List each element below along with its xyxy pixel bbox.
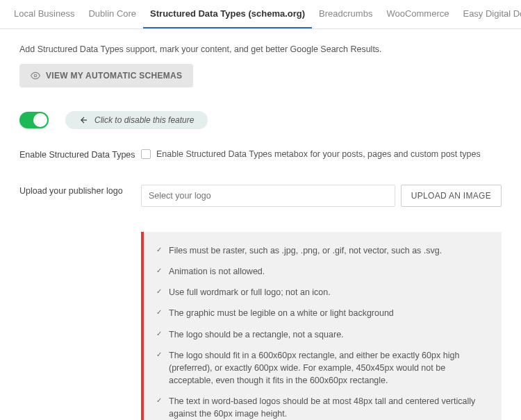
- tab-bar: Local BusinessDublin CoreStructured Data…: [0, 0, 521, 29]
- toggle-hint-text: Click to disable this feature: [94, 115, 194, 125]
- guidelines-list: Files must be raster, such as .jpg, .png…: [156, 244, 489, 420]
- enable-checkbox-label: Enable Structured Data Types metabox for…: [156, 149, 481, 159]
- enable-checkbox[interactable]: [141, 149, 151, 159]
- enable-checkbox-wrap: Enable Structured Data Types metabox for…: [141, 149, 481, 159]
- guideline-item: The text in word-based logos should be a…: [156, 395, 489, 420]
- guideline-item: Files must be raster, such as .jpg, .png…: [156, 244, 489, 257]
- tab-content: Add Structured Data Types support, mark …: [0, 29, 521, 420]
- guideline-item: Use full wordmark or full logo; not an i…: [156, 286, 489, 299]
- logo-input[interactable]: [141, 185, 395, 207]
- intro-text: Add Structured Data Types support, mark …: [19, 44, 502, 54]
- guideline-item: The graphic must be legible on a white o…: [156, 307, 489, 319]
- feature-toggle-row: Click to disable this feature: [19, 111, 502, 129]
- tab-breadcrumbs[interactable]: Breadcrumbs: [312, 0, 379, 28]
- tab-local-business[interactable]: Local Business: [7, 0, 81, 28]
- svg-point-0: [34, 74, 37, 77]
- tab-dublin-core[interactable]: Dublin Core: [81, 0, 143, 28]
- view-schemas-button[interactable]: VIEW MY AUTOMATIC SCHEMAS: [19, 64, 193, 87]
- feature-toggle[interactable]: [19, 112, 49, 128]
- tab-structured-data-types-schema-org[interactable]: Structured Data Types (schema.org): [143, 0, 312, 28]
- enable-label: Enable Structured Data Types: [19, 149, 141, 160]
- upload-row: Upload your publisher logo UPLOAD AN IMA…: [19, 185, 502, 207]
- guideline-item: The logo should fit in a 600x60px rectan…: [156, 349, 489, 387]
- guideline-item: The logo should be a rectangle, not a sq…: [156, 328, 489, 341]
- view-schemas-label: VIEW MY AUTOMATIC SCHEMAS: [46, 71, 182, 81]
- upload-button[interactable]: UPLOAD AN IMAGE: [401, 185, 502, 207]
- tab-woocommerce[interactable]: WooCommerce: [379, 0, 456, 28]
- tab-easy-digital-downloads[interactable]: Easy Digital Downloads: [456, 0, 521, 28]
- guideline-item: Animation is not allowed.: [156, 265, 489, 278]
- eye-icon: [31, 71, 40, 81]
- upload-label: Upload your publisher logo: [19, 185, 141, 196]
- enable-row: Enable Structured Data Types Enable Stru…: [19, 149, 502, 160]
- toggle-hint-pill[interactable]: Click to disable this feature: [65, 111, 208, 129]
- logo-guidelines-notice: Files must be raster, such as .jpg, .png…: [141, 232, 502, 420]
- arrow-left-icon: [79, 115, 89, 125]
